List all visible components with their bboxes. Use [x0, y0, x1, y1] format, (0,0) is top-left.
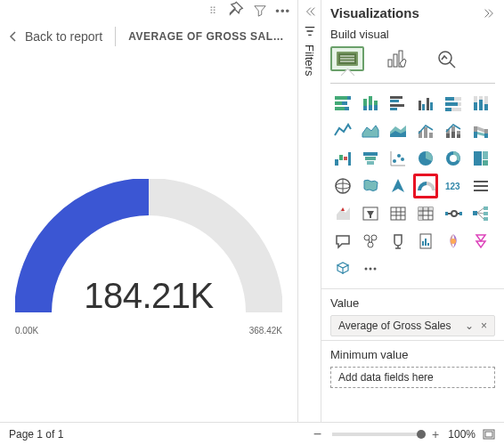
svg-rect-110	[484, 217, 488, 221]
back-label: Back to report	[25, 29, 102, 44]
tab-format[interactable]	[380, 46, 414, 71]
viz-type-clustered-bar[interactable]	[386, 91, 411, 116]
expand-filters-icon[interactable]	[304, 5, 316, 18]
viz-type-clustered-column[interactable]	[413, 91, 438, 116]
page-indicator[interactable]: Page 1 of 1	[9, 428, 63, 441]
svg-rect-65	[365, 157, 376, 160]
svg-rect-64	[363, 152, 378, 156]
viz-type-azure-map[interactable]	[386, 174, 411, 198]
gauge-visual[interactable]: 184.21K 0.00K 368.42K	[0, 55, 297, 445]
svg-rect-24	[390, 104, 404, 107]
expand-pane-icon[interactable]	[483, 7, 495, 20]
viz-type-stacked-column[interactable]	[358, 91, 383, 116]
svg-point-71	[401, 158, 404, 161]
svg-rect-46	[424, 127, 427, 138]
svg-rect-61	[339, 155, 343, 160]
viz-type-map[interactable]	[330, 174, 355, 198]
svg-point-129	[370, 268, 372, 271]
fit-page-icon[interactable]	[476, 429, 495, 440]
viz-type-power-apps[interactable]	[441, 229, 466, 254]
remove-field-icon[interactable]: ×	[477, 320, 491, 332]
viz-type-line-col-stacked[interactable]	[441, 118, 466, 143]
svg-rect-107	[473, 211, 477, 215]
svg-line-9	[450, 62, 455, 68]
viz-type-qna[interactable]	[330, 229, 355, 254]
viz-type-filled-map[interactable]	[358, 174, 383, 198]
svg-rect-5	[388, 60, 392, 67]
viz-type-funnel[interactable]	[358, 146, 383, 171]
viz-type-pie[interactable]	[413, 146, 438, 171]
viz-type-paginated[interactable]	[413, 229, 438, 254]
svg-rect-51	[451, 132, 455, 138]
chevron-down-icon[interactable]: ⌄	[461, 320, 477, 332]
svg-rect-37	[474, 102, 477, 110]
viz-type-line[interactable]	[330, 118, 355, 143]
filter-icon[interactable]	[254, 4, 266, 17]
svg-rect-19	[369, 105, 372, 110]
viz-type-kpi[interactable]	[330, 201, 355, 226]
svg-rect-77	[483, 160, 488, 166]
svg-rect-6	[394, 54, 397, 67]
svg-rect-28	[427, 98, 429, 110]
svg-rect-90	[391, 207, 405, 220]
svg-marker-87	[341, 207, 345, 211]
filters-pane-collapsed[interactable]: Filters	[298, 0, 321, 445]
viz-type-r-visual[interactable]	[441, 201, 466, 226]
filters-label: Filters	[303, 44, 316, 76]
pin-icon[interactable]	[225, 1, 245, 20]
svg-rect-58	[484, 134, 488, 138]
viz-type-gauge[interactable]	[413, 174, 438, 198]
svg-rect-20	[374, 101, 378, 105]
svg-rect-23	[390, 100, 399, 102]
viz-type-py[interactable]	[330, 256, 355, 281]
viz-type-line-col[interactable]	[413, 118, 438, 143]
viz-type-automate[interactable]	[468, 229, 493, 254]
viz-type-decomp[interactable]	[468, 201, 493, 226]
svg-rect-13	[342, 101, 347, 105]
zoom-slider[interactable]	[332, 433, 421, 436]
viz-type-stacked-bar[interactable]	[330, 91, 355, 116]
viz-type-multi-row[interactable]	[468, 174, 493, 198]
value-field-pill[interactable]: Average of Gross Sales ⌄ ×	[330, 315, 495, 336]
svg-point-103	[451, 211, 457, 216]
viz-type-stacked-area[interactable]	[386, 118, 411, 143]
svg-rect-109	[484, 212, 488, 215]
viz-type-scatter[interactable]	[386, 146, 411, 171]
svg-rect-132	[485, 432, 492, 437]
tab-analytics[interactable]	[430, 46, 464, 71]
svg-rect-75	[474, 151, 482, 166]
svg-marker-126	[476, 235, 485, 241]
viz-type-key-influencers[interactable]	[358, 229, 383, 254]
zoom-in-button[interactable]: +	[428, 427, 443, 441]
svg-rect-11	[347, 96, 351, 100]
viz-type-ribbon[interactable]	[468, 118, 493, 143]
viz-type-table[interactable]	[386, 201, 411, 226]
divider	[115, 27, 116, 46]
grip-icon[interactable]: ⠿	[209, 5, 216, 17]
viz-type-matrix[interactable]	[413, 201, 438, 226]
svg-rect-22	[390, 96, 402, 99]
gauge-value: 184.21K	[15, 276, 282, 316]
viz-type-more[interactable]	[358, 256, 383, 281]
viz-type-card[interactable]: 123	[441, 174, 466, 198]
visualizations-pane: Visualizations Build visual 123 Value Av…	[321, 0, 504, 445]
viz-type-100-stacked-bar[interactable]	[441, 91, 466, 116]
minvalue-dropzone[interactable]: Add data fields here	[330, 367, 495, 388]
viz-type-slicer[interactable]	[358, 201, 383, 226]
svg-point-74	[450, 155, 457, 162]
visual-header-toolbar: ⠿ •••	[0, 0, 297, 21]
zoom-out-button[interactable]: −	[310, 426, 325, 442]
viz-type-area[interactable]	[358, 118, 383, 143]
more-icon[interactable]: •••	[275, 4, 290, 18]
svg-rect-41	[484, 104, 488, 110]
back-button[interactable]: Back to report	[9, 29, 102, 44]
viz-type-donut[interactable]	[441, 146, 466, 171]
svg-rect-63	[348, 152, 351, 166]
zoom-label: 100%	[443, 428, 476, 441]
svg-line-111	[477, 208, 484, 213]
viz-type-100-stacked-col[interactable]	[468, 91, 493, 116]
viz-type-treemap[interactable]	[468, 146, 493, 171]
viz-type-goals[interactable]	[386, 229, 411, 254]
svg-rect-53	[457, 134, 460, 138]
viz-type-waterfall[interactable]	[330, 146, 355, 171]
